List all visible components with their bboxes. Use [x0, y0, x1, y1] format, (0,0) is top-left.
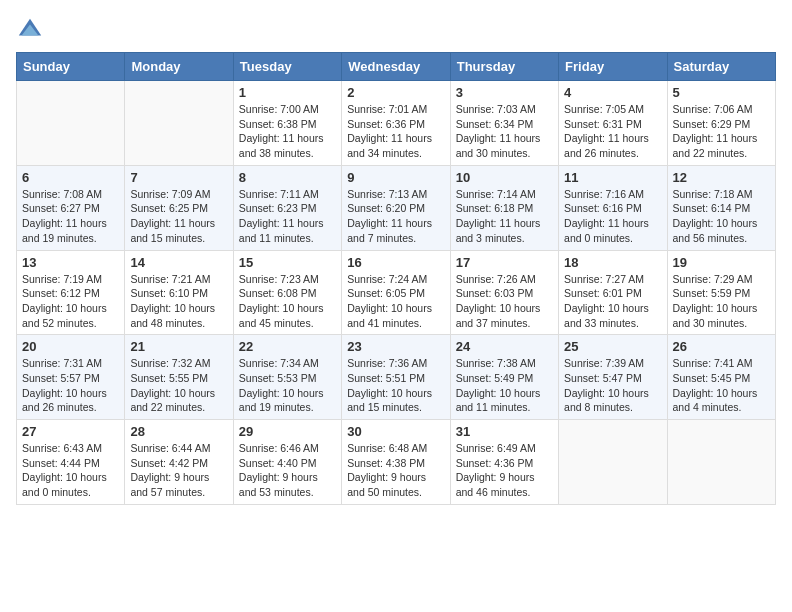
- day-number: 13: [22, 255, 119, 270]
- day-info: Sunrise: 7:36 AM Sunset: 5:51 PM Dayligh…: [347, 356, 444, 415]
- calendar-cell: 30Sunrise: 6:48 AM Sunset: 4:38 PM Dayli…: [342, 420, 450, 505]
- day-info: Sunrise: 7:38 AM Sunset: 5:49 PM Dayligh…: [456, 356, 553, 415]
- calendar-cell: 17Sunrise: 7:26 AM Sunset: 6:03 PM Dayli…: [450, 250, 558, 335]
- day-number: 26: [673, 339, 770, 354]
- day-info: Sunrise: 7:21 AM Sunset: 6:10 PM Dayligh…: [130, 272, 227, 331]
- header-thursday: Thursday: [450, 53, 558, 81]
- calendar-cell: 16Sunrise: 7:24 AM Sunset: 6:05 PM Dayli…: [342, 250, 450, 335]
- day-number: 27: [22, 424, 119, 439]
- calendar-cell: 12Sunrise: 7:18 AM Sunset: 6:14 PM Dayli…: [667, 165, 775, 250]
- week-row-3: 13Sunrise: 7:19 AM Sunset: 6:12 PM Dayli…: [17, 250, 776, 335]
- day-number: 16: [347, 255, 444, 270]
- calendar-cell: 28Sunrise: 6:44 AM Sunset: 4:42 PM Dayli…: [125, 420, 233, 505]
- calendar-cell: 24Sunrise: 7:38 AM Sunset: 5:49 PM Dayli…: [450, 335, 558, 420]
- day-number: 17: [456, 255, 553, 270]
- day-number: 31: [456, 424, 553, 439]
- day-number: 29: [239, 424, 336, 439]
- day-info: Sunrise: 7:27 AM Sunset: 6:01 PM Dayligh…: [564, 272, 661, 331]
- calendar-cell: 15Sunrise: 7:23 AM Sunset: 6:08 PM Dayli…: [233, 250, 341, 335]
- calendar-cell: 18Sunrise: 7:27 AM Sunset: 6:01 PM Dayli…: [559, 250, 667, 335]
- calendar-cell: 27Sunrise: 6:43 AM Sunset: 4:44 PM Dayli…: [17, 420, 125, 505]
- day-info: Sunrise: 6:46 AM Sunset: 4:40 PM Dayligh…: [239, 441, 336, 500]
- calendar-cell: [559, 420, 667, 505]
- header-wednesday: Wednesday: [342, 53, 450, 81]
- day-number: 12: [673, 170, 770, 185]
- day-info: Sunrise: 7:31 AM Sunset: 5:57 PM Dayligh…: [22, 356, 119, 415]
- calendar-cell: 2Sunrise: 7:01 AM Sunset: 6:36 PM Daylig…: [342, 81, 450, 166]
- day-number: 9: [347, 170, 444, 185]
- header-sunday: Sunday: [17, 53, 125, 81]
- calendar-cell: 7Sunrise: 7:09 AM Sunset: 6:25 PM Daylig…: [125, 165, 233, 250]
- day-info: Sunrise: 6:43 AM Sunset: 4:44 PM Dayligh…: [22, 441, 119, 500]
- day-number: 21: [130, 339, 227, 354]
- day-number: 7: [130, 170, 227, 185]
- day-number: 3: [456, 85, 553, 100]
- day-number: 15: [239, 255, 336, 270]
- week-row-1: 1Sunrise: 7:00 AM Sunset: 6:38 PM Daylig…: [17, 81, 776, 166]
- calendar-table: SundayMondayTuesdayWednesdayThursdayFrid…: [16, 52, 776, 505]
- day-number: 5: [673, 85, 770, 100]
- week-row-2: 6Sunrise: 7:08 AM Sunset: 6:27 PM Daylig…: [17, 165, 776, 250]
- calendar-cell: 3Sunrise: 7:03 AM Sunset: 6:34 PM Daylig…: [450, 81, 558, 166]
- calendar-cell: 9Sunrise: 7:13 AM Sunset: 6:20 PM Daylig…: [342, 165, 450, 250]
- calendar-cell: [17, 81, 125, 166]
- day-info: Sunrise: 7:13 AM Sunset: 6:20 PM Dayligh…: [347, 187, 444, 246]
- day-number: 22: [239, 339, 336, 354]
- day-info: Sunrise: 7:05 AM Sunset: 6:31 PM Dayligh…: [564, 102, 661, 161]
- day-number: 19: [673, 255, 770, 270]
- day-number: 28: [130, 424, 227, 439]
- day-info: Sunrise: 7:32 AM Sunset: 5:55 PM Dayligh…: [130, 356, 227, 415]
- calendar-cell: 6Sunrise: 7:08 AM Sunset: 6:27 PM Daylig…: [17, 165, 125, 250]
- day-info: Sunrise: 7:39 AM Sunset: 5:47 PM Dayligh…: [564, 356, 661, 415]
- calendar-cell: 11Sunrise: 7:16 AM Sunset: 6:16 PM Dayli…: [559, 165, 667, 250]
- day-number: 14: [130, 255, 227, 270]
- calendar-cell: 21Sunrise: 7:32 AM Sunset: 5:55 PM Dayli…: [125, 335, 233, 420]
- day-info: Sunrise: 7:11 AM Sunset: 6:23 PM Dayligh…: [239, 187, 336, 246]
- day-number: 23: [347, 339, 444, 354]
- day-number: 20: [22, 339, 119, 354]
- calendar-cell: 13Sunrise: 7:19 AM Sunset: 6:12 PM Dayli…: [17, 250, 125, 335]
- calendar-cell: 14Sunrise: 7:21 AM Sunset: 6:10 PM Dayli…: [125, 250, 233, 335]
- day-number: 2: [347, 85, 444, 100]
- day-number: 4: [564, 85, 661, 100]
- day-info: Sunrise: 7:18 AM Sunset: 6:14 PM Dayligh…: [673, 187, 770, 246]
- calendar-header-row: SundayMondayTuesdayWednesdayThursdayFrid…: [17, 53, 776, 81]
- logo: [16, 16, 48, 44]
- calendar-cell: 26Sunrise: 7:41 AM Sunset: 5:45 PM Dayli…: [667, 335, 775, 420]
- day-info: Sunrise: 7:09 AM Sunset: 6:25 PM Dayligh…: [130, 187, 227, 246]
- calendar-cell: 1Sunrise: 7:00 AM Sunset: 6:38 PM Daylig…: [233, 81, 341, 166]
- day-info: Sunrise: 7:34 AM Sunset: 5:53 PM Dayligh…: [239, 356, 336, 415]
- day-info: Sunrise: 7:01 AM Sunset: 6:36 PM Dayligh…: [347, 102, 444, 161]
- day-info: Sunrise: 6:49 AM Sunset: 4:36 PM Dayligh…: [456, 441, 553, 500]
- day-info: Sunrise: 7:19 AM Sunset: 6:12 PM Dayligh…: [22, 272, 119, 331]
- calendar-cell: 25Sunrise: 7:39 AM Sunset: 5:47 PM Dayli…: [559, 335, 667, 420]
- calendar-cell: 4Sunrise: 7:05 AM Sunset: 6:31 PM Daylig…: [559, 81, 667, 166]
- day-info: Sunrise: 7:29 AM Sunset: 5:59 PM Dayligh…: [673, 272, 770, 331]
- day-number: 6: [22, 170, 119, 185]
- day-info: Sunrise: 7:41 AM Sunset: 5:45 PM Dayligh…: [673, 356, 770, 415]
- week-row-4: 20Sunrise: 7:31 AM Sunset: 5:57 PM Dayli…: [17, 335, 776, 420]
- calendar-cell: 8Sunrise: 7:11 AM Sunset: 6:23 PM Daylig…: [233, 165, 341, 250]
- day-info: Sunrise: 7:16 AM Sunset: 6:16 PM Dayligh…: [564, 187, 661, 246]
- day-number: 30: [347, 424, 444, 439]
- calendar-cell: 29Sunrise: 6:46 AM Sunset: 4:40 PM Dayli…: [233, 420, 341, 505]
- day-info: Sunrise: 7:03 AM Sunset: 6:34 PM Dayligh…: [456, 102, 553, 161]
- day-info: Sunrise: 7:06 AM Sunset: 6:29 PM Dayligh…: [673, 102, 770, 161]
- day-number: 1: [239, 85, 336, 100]
- day-info: Sunrise: 7:26 AM Sunset: 6:03 PM Dayligh…: [456, 272, 553, 331]
- day-info: Sunrise: 7:23 AM Sunset: 6:08 PM Dayligh…: [239, 272, 336, 331]
- day-info: Sunrise: 6:48 AM Sunset: 4:38 PM Dayligh…: [347, 441, 444, 500]
- day-info: Sunrise: 7:14 AM Sunset: 6:18 PM Dayligh…: [456, 187, 553, 246]
- calendar-cell: [667, 420, 775, 505]
- calendar-cell: 31Sunrise: 6:49 AM Sunset: 4:36 PM Dayli…: [450, 420, 558, 505]
- header-monday: Monday: [125, 53, 233, 81]
- header-tuesday: Tuesday: [233, 53, 341, 81]
- day-number: 8: [239, 170, 336, 185]
- calendar-cell: 19Sunrise: 7:29 AM Sunset: 5:59 PM Dayli…: [667, 250, 775, 335]
- header-saturday: Saturday: [667, 53, 775, 81]
- day-info: Sunrise: 7:08 AM Sunset: 6:27 PM Dayligh…: [22, 187, 119, 246]
- logo-icon: [16, 16, 44, 44]
- day-number: 18: [564, 255, 661, 270]
- calendar-cell: 5Sunrise: 7:06 AM Sunset: 6:29 PM Daylig…: [667, 81, 775, 166]
- day-number: 10: [456, 170, 553, 185]
